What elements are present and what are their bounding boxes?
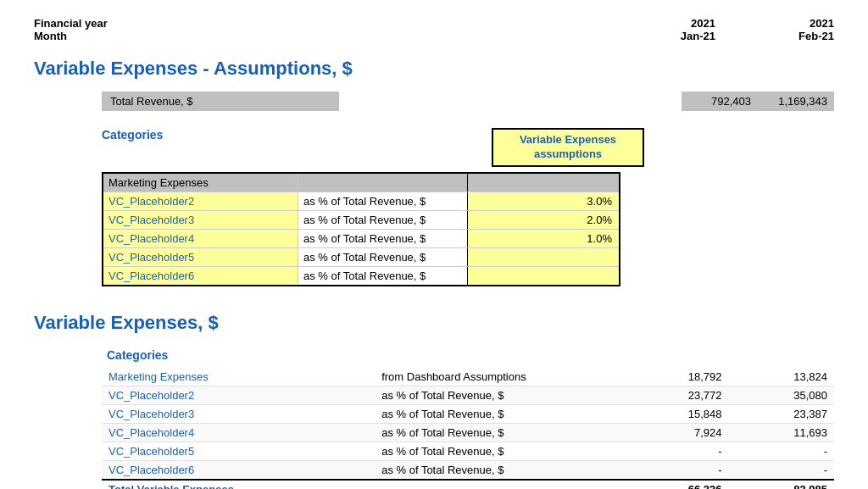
ve-type-4: as % of Total Revenue, $ xyxy=(375,442,623,460)
assump-name-4: VC_Placeholder5 xyxy=(103,248,298,266)
assump-val-0 xyxy=(468,174,619,192)
ve-row-0: Marketing Expenses from Dashboard Assump… xyxy=(102,368,834,386)
assump-type-0 xyxy=(298,174,468,192)
assump-type-4: as % of Total Revenue, $ xyxy=(298,248,468,266)
ve-table: Marketing Expenses from Dashboard Assump… xyxy=(102,368,834,489)
header-labels: Financial year Month xyxy=(34,17,108,42)
ve-type-5: as % of Total Revenue, $ xyxy=(375,460,623,480)
col2-header: 2021 Feb-21 xyxy=(766,17,834,42)
month-label: Month xyxy=(34,30,108,42)
ve-row-5: VC_Placeholder6 as % of Total Revenue, $… xyxy=(102,460,834,480)
ve-col1-4: - xyxy=(623,442,728,460)
var-exp-header: Variable Expenses assumptions xyxy=(492,128,644,167)
ve-col2-3: 11,693 xyxy=(729,423,835,442)
ve-col1-0: 18,792 xyxy=(623,368,728,386)
page-header: Financial year Month 2021 Jan-21 2021 Fe… xyxy=(34,17,834,42)
assump-name-0: Marketing Expenses xyxy=(103,174,298,192)
ve-categories-header: Categories xyxy=(102,346,834,364)
assump-row-1: VC_Placeholder2 as % of Total Revenue, $… xyxy=(103,192,619,211)
ve-cat-4: VC_Placeholder5 xyxy=(102,442,375,460)
ve-cat-5: VC_Placeholder6 xyxy=(102,460,375,480)
ve-cat-2: VC_Placeholder3 xyxy=(102,404,375,423)
assump-type-2: as % of Total Revenue, $ xyxy=(298,211,468,229)
ve-type-2: as % of Total Revenue, $ xyxy=(375,404,623,423)
ve-col1-5: - xyxy=(623,460,728,480)
assump-type-5: as % of Total Revenue, $ xyxy=(298,267,468,285)
assump-name-5: VC_Placeholder6 xyxy=(103,267,298,285)
assump-name-2: VC_Placeholder3 xyxy=(103,211,298,229)
assump-row-2: VC_Placeholder3 as % of Total Revenue, $… xyxy=(103,211,619,230)
assump-val-5 xyxy=(468,267,619,285)
ve-table-wrapper: Categories Marketing Expenses from Dashb… xyxy=(102,346,834,489)
ve-row-4: VC_Placeholder5 as % of Total Revenue, $… xyxy=(102,442,834,460)
assump-val-2: 2.0% xyxy=(468,211,619,229)
assump-val-1: 3.0% xyxy=(468,192,619,210)
ve-col2-1: 35,080 xyxy=(729,386,835,404)
ve-col1-2: 15,848 xyxy=(623,404,728,423)
ve-type-0: from Dashboard Assumptions xyxy=(375,368,623,386)
total-revenue-label: Total Revenue, $ xyxy=(102,92,339,111)
ve-cat-1: VC_Placeholder2 xyxy=(102,386,375,404)
assump-type-3: as % of Total Revenue, $ xyxy=(298,230,468,247)
assumptions-table-wrapper: Categories Variable Expenses assumptions… xyxy=(102,128,834,286)
ve-total-col2: 83,985 xyxy=(729,480,835,489)
assump-val-3: 1.0% xyxy=(468,230,619,247)
ve-total-row: Total Variable Expenses 66,336 83,985 xyxy=(102,480,834,489)
ve-total-col1: 66,336 xyxy=(623,480,728,489)
section2: Variable Expenses, $ Categories Marketin… xyxy=(34,312,834,489)
assump-val-4 xyxy=(468,248,619,266)
ve-row-3: VC_Placeholder4 as % of Total Revenue, $… xyxy=(102,423,834,442)
ve-type-1: as % of Total Revenue, $ xyxy=(375,386,623,404)
ve-col2-0: 13,824 xyxy=(729,368,835,386)
assump-name-1: VC_Placeholder2 xyxy=(103,192,298,210)
ve-total-label: Total Variable Expenses xyxy=(102,480,623,489)
ve-col2-5: - xyxy=(729,460,835,480)
fy-label: Financial year xyxy=(34,17,108,30)
assump-row-5: VC_Placeholder6 as % of Total Revenue, $ xyxy=(103,267,619,285)
total-revenue-col2: 1,169,343 xyxy=(758,92,834,111)
assump-type-1: as % of Total Revenue, $ xyxy=(298,192,468,210)
ve-col1-3: 7,924 xyxy=(623,423,728,442)
total-revenue-values: 792,403 1,169,343 xyxy=(682,92,834,111)
assump-row-4: VC_Placeholder5 as % of Total Revenue, $ xyxy=(103,248,619,267)
header-columns: 2021 Jan-21 2021 Feb-21 xyxy=(648,17,834,42)
section1-title: Variable Expenses - Assumptions, $ xyxy=(34,58,834,80)
ve-row-1: VC_Placeholder2 as % of Total Revenue, $… xyxy=(102,386,834,404)
ve-cat-0: Marketing Expenses xyxy=(102,368,375,386)
assumptions-body: Marketing Expenses VC_Placeholder2 as % … xyxy=(102,172,620,286)
assumptions-header-row: Categories Variable Expenses assumptions xyxy=(102,128,834,167)
ve-col2-4: - xyxy=(729,442,835,460)
assump-name-3: VC_Placeholder4 xyxy=(103,230,298,247)
section2-title: Variable Expenses, $ xyxy=(34,312,834,334)
col1-header: 2021 Jan-21 xyxy=(648,17,715,42)
categories-header: Categories xyxy=(102,128,492,167)
ve-type-3: as % of Total Revenue, $ xyxy=(375,423,623,442)
assump-row-0: Marketing Expenses xyxy=(103,174,619,192)
ve-row-2: VC_Placeholder3 as % of Total Revenue, $… xyxy=(102,404,834,423)
ve-col2-2: 23,387 xyxy=(729,404,835,423)
ve-col1-1: 23,772 xyxy=(623,386,728,404)
total-revenue-col1: 792,403 xyxy=(682,92,758,111)
ve-cat-3: VC_Placeholder4 xyxy=(102,423,375,442)
total-revenue-row: Total Revenue, $ 792,403 1,169,343 xyxy=(102,92,834,111)
assump-row-3: VC_Placeholder4 as % of Total Revenue, $… xyxy=(103,230,619,248)
